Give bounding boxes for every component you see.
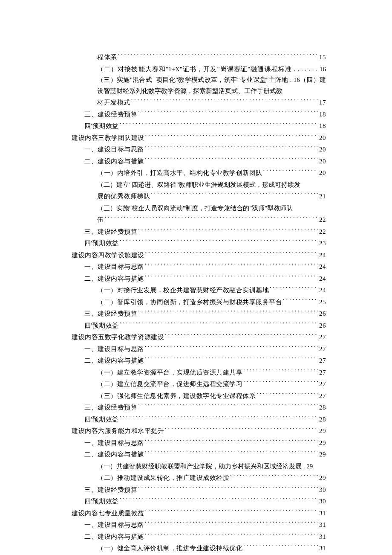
toc-entry-label: （三）强化师生信息化素养，建设数字化专业课程体系 — [97, 391, 256, 402]
toc-entry-label: 三、建设经费预算 — [84, 109, 137, 120]
toc-leader-dots — [145, 356, 319, 363]
toc-entry-label: 展的优秀教师梯队 — [97, 191, 150, 202]
toc-entry-page: 27 — [319, 391, 326, 402]
toc-entry: 四'预期效益23 — [84, 238, 326, 249]
toc-entry: 四'预期效益30 — [84, 496, 326, 507]
toc-leader-dots — [165, 333, 318, 339]
toc-entry-page: 27 — [319, 344, 326, 355]
toc-entry: （二）智库引领，协同创新，打造乡村振兴与财税共享服务平台25 — [97, 297, 326, 308]
toc-leader-dots — [230, 474, 318, 480]
toc-entry: 二、建设内容与措施20 — [84, 156, 326, 167]
toc-entry-label: 四'预期效益 — [84, 414, 119, 425]
toc-leader-dots — [145, 134, 319, 140]
toc-leader-dots — [270, 286, 318, 292]
toc-entry-label: 四'预期效益 — [84, 121, 119, 132]
toc-entry-label: （一）对接行业发展，校企共建智慧财经产教融合实训基地 — [97, 285, 269, 296]
toc-leader-dots — [138, 227, 318, 234]
toc-entry: 四'预期效益28 — [84, 414, 326, 425]
toc-entry: 一、建设目标与思路24 — [84, 262, 326, 273]
toc-entry-page: 29 — [319, 438, 326, 449]
toc-entry-page: 27 — [319, 332, 326, 343]
toc-entry-page: 22 — [319, 215, 326, 226]
toc-entry-label: 二、建设内容与措施 — [84, 532, 144, 543]
toc-leader-dots — [138, 485, 318, 492]
toc-entry-label: 一、建设目标与思路 — [84, 144, 144, 155]
toc-entry-page: 20 — [319, 144, 326, 155]
table-of-contents: 程体系15（二）对接技能大赛和"1+X"证书，开发"岗课赛证"融通课程标准 . … — [72, 52, 326, 554]
toc-entry-label: 建设内容六服务能力和水平提升 — [72, 426, 164, 437]
toc-entry-label: 三、建设经费预算 — [84, 402, 137, 413]
toc-entry-page: 26 — [319, 320, 326, 331]
toc-entry: 一、建设目标与思路29 — [84, 438, 326, 449]
toc-leader-dots — [243, 380, 318, 386]
toc-entry-label: 三、建设经费预算 — [84, 485, 137, 496]
toc-entry: 建设内容三教学团队建设20 — [72, 133, 326, 144]
toc-entry: 三、建设经费预算28 — [84, 402, 326, 413]
toc-leader-dots — [120, 321, 318, 328]
toc-entry: 一、建设目标与思路20 — [84, 144, 326, 155]
toc-entry: 建设内容五数字化教学资源建设27 — [72, 332, 326, 343]
toc-entry: 二、建设内容与措施24 — [84, 273, 326, 285]
toc-leader-dots — [145, 145, 319, 151]
toc-entry: （二）推动建设成果转化，推广建设成效经脸29 — [97, 473, 326, 484]
toc-leader-dots — [151, 192, 318, 198]
toc-entry-label: 二、建设内容与措施 — [84, 449, 144, 460]
toc-entry-page: 22 — [319, 227, 326, 238]
toc-entry-label: （二）建立信息交流平台，促进师生远程交流学习 — [97, 379, 242, 390]
toc-entry-page: 17 — [319, 97, 326, 108]
toc-entry-label: 一、建设目标与思路 — [84, 344, 144, 355]
toc-entry-page: 27 — [319, 379, 326, 390]
toc-entry-page: 27 — [319, 355, 326, 366]
toc-entry-page: 31 — [319, 520, 326, 531]
toc-leader-dots — [145, 532, 319, 539]
toc-entry-label: 二、建设内容与措施 — [84, 156, 144, 167]
toc-entry-label: 建设内容三教学团队建设 — [72, 133, 144, 144]
toc-entry: 四'预期效益26 — [84, 320, 326, 331]
toc-entry-page: 20 — [319, 168, 326, 179]
toc-entry-page: 27 — [319, 367, 326, 378]
toc-leader-dots — [145, 251, 319, 257]
toc-leader-dots — [145, 262, 319, 269]
toc-entry: 四'预期效益18 — [84, 121, 326, 132]
toc-entry-page: 23 — [319, 238, 326, 249]
toc-leader-dots — [120, 122, 318, 128]
toc-entry-page: 31 — [319, 532, 326, 543]
toc-leader-dots — [120, 239, 318, 245]
toc-entry: （一）建立教学资源平台，实现优质资源共建共享27 — [97, 367, 326, 378]
toc-entry-page: 31 — [319, 508, 326, 519]
toc-entry: 二、建设内容与措施27 — [84, 355, 326, 366]
toc-entry-page: 29 — [319, 426, 326, 437]
toc-entry-label: （一）健全育人评价机制，推进专业建设持续优化 — [97, 543, 242, 554]
toc-entry-page: 24 — [319, 250, 326, 261]
toc-entry: 程体系15 — [97, 52, 326, 63]
toc-entry-page: 30 — [319, 485, 326, 496]
toc-entry: 三、建设经费预算18 — [84, 109, 326, 120]
toc-entry-wrapped: （三）实施"校企人员双向流动"制度，打造专兼结合的"双师"型教师队 — [97, 203, 326, 214]
toc-entry: 三、建设经费预算26 — [84, 308, 326, 320]
toc-entry-label: 材开发模式 — [97, 97, 130, 108]
toc-entry-page: 20 — [319, 156, 326, 167]
toc-leader-dots — [131, 98, 319, 105]
toc-entry: （二）建立信息交流平台，促进师生远程交流学习27 — [97, 379, 326, 390]
toc-leader-dots — [257, 392, 318, 398]
toc-leader-dots — [118, 53, 319, 59]
toc-entry: 建设内容七专业质量效益31 — [72, 508, 326, 519]
toc-entry: （一）对接行业发展，校企共建智慧财经产教融合实训基地24 — [97, 285, 326, 296]
toc-entry-page: 18 — [319, 109, 326, 120]
toc-entry-label: 伍 — [97, 215, 104, 226]
toc-entry: 二、建设内容与措施29 — [84, 449, 326, 460]
toc-entry-label: 二、建设内容与措施 — [84, 273, 144, 285]
toc-entry-page: 24 — [319, 285, 326, 296]
toc-entry-page: 18 — [319, 121, 326, 132]
toc-entry-label: （二）推动建设成果转化，推广建设成效经脸 — [97, 473, 229, 484]
toc-entry-label: 建设内容五数字化教学资源建设 — [72, 332, 164, 343]
toc-entry: （一）内培外引，打造高水平、结构化专业教学创新团队20 — [97, 168, 326, 179]
toc-entry-wrapped: （二）对接技能大赛和"1+X"证书，开发"岗课赛证"融通课程标准 . . . .… — [97, 64, 326, 97]
toc-leader-dots — [145, 274, 319, 281]
toc-entry-label: 建设内容四教学设施建设 — [72, 250, 144, 261]
toc-entry-page: 29 — [319, 449, 326, 460]
toc-leader-dots — [145, 520, 319, 527]
toc-leader-dots — [243, 544, 318, 550]
toc-entry-page: 30 — [319, 496, 326, 507]
toc-leader-dots — [120, 415, 318, 421]
